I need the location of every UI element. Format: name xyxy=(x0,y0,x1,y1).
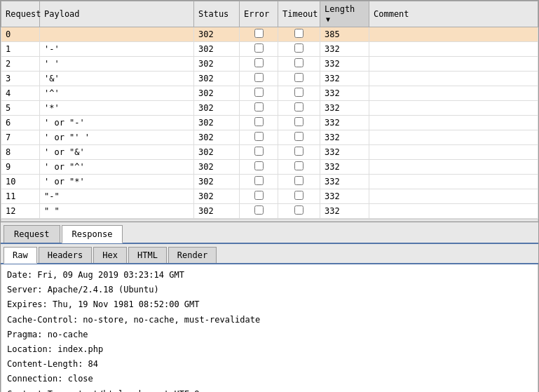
cell-payload: ' or "*' xyxy=(40,175,194,189)
cell-status: 302 xyxy=(194,204,240,219)
table-row[interactable]: 3'&'302332 xyxy=(1,72,538,86)
cell-payload: '-' xyxy=(40,42,194,57)
timeout-checkbox[interactable] xyxy=(294,58,303,67)
cell-timeout[interactable] xyxy=(278,101,320,116)
subtab-render[interactable]: Render xyxy=(168,247,217,263)
table-row[interactable]: 12" "302332 xyxy=(1,204,538,219)
timeout-checkbox[interactable] xyxy=(294,205,303,215)
table-row[interactable]: 8' or "&'302332 xyxy=(1,145,538,160)
cell-error[interactable] xyxy=(240,145,278,160)
table-row[interactable]: 4'^'302332 xyxy=(1,86,538,101)
cell-status: 302 xyxy=(194,116,240,130)
subtab-hex[interactable]: Hex xyxy=(93,247,127,263)
cell-error[interactable] xyxy=(240,204,278,219)
cell-request: 11 xyxy=(1,189,40,204)
cell-request: 7 xyxy=(1,130,40,145)
scrollbar[interactable] xyxy=(1,219,538,222)
cell-error[interactable] xyxy=(240,130,278,145)
cell-error[interactable] xyxy=(240,175,278,189)
table-row[interactable]: 10' or "*'302332 xyxy=(1,175,538,189)
table-row[interactable]: 5'*'302332 xyxy=(1,101,538,116)
cell-status: 302 xyxy=(194,101,240,116)
cell-status: 302 xyxy=(194,42,240,57)
error-checkbox[interactable] xyxy=(254,132,264,141)
cell-length: 332 xyxy=(320,86,369,101)
header-line: Content-Type: text/html; charset=UTF-8 xyxy=(7,388,532,393)
tab-request[interactable]: Request xyxy=(4,225,60,243)
cell-timeout[interactable] xyxy=(278,130,320,145)
tab-response[interactable]: Response xyxy=(62,225,123,243)
table-row[interactable]: 6' or "-'302332 xyxy=(1,116,538,130)
cell-comment xyxy=(369,145,538,160)
table-row[interactable]: 2' '302332 xyxy=(1,57,538,72)
cell-timeout[interactable] xyxy=(278,72,320,86)
cell-length: 332 xyxy=(320,101,369,116)
table-row[interactable]: 11"-"302332 xyxy=(1,189,538,204)
cell-error[interactable] xyxy=(240,160,278,175)
cell-error[interactable] xyxy=(240,72,278,86)
timeout-checkbox[interactable] xyxy=(294,191,303,200)
cell-error[interactable] xyxy=(240,42,278,57)
cell-timeout[interactable] xyxy=(278,160,320,175)
timeout-checkbox[interactable] xyxy=(294,29,303,38)
error-checkbox[interactable] xyxy=(254,161,264,170)
tabs-section: Request Response Raw Headers Hex HTML Re… xyxy=(0,222,539,392)
timeout-checkbox[interactable] xyxy=(294,117,303,126)
error-checkbox[interactable] xyxy=(254,58,264,67)
timeout-checkbox[interactable] xyxy=(294,147,303,156)
subtab-headers[interactable]: Headers xyxy=(39,247,93,263)
table-row[interactable]: 1'-'302332 xyxy=(1,42,538,57)
timeout-checkbox[interactable] xyxy=(294,73,303,82)
subtab-html[interactable]: HTML xyxy=(128,247,167,263)
error-checkbox[interactable] xyxy=(254,29,264,38)
timeout-checkbox[interactable] xyxy=(294,161,303,170)
cell-timeout[interactable] xyxy=(278,57,320,72)
cell-status: 302 xyxy=(194,130,240,145)
col-header-status[interactable]: Status xyxy=(194,1,240,27)
cell-timeout[interactable] xyxy=(278,116,320,130)
error-checkbox[interactable] xyxy=(254,43,264,53)
cell-payload: '*' xyxy=(40,101,194,116)
timeout-checkbox[interactable] xyxy=(294,102,303,111)
table-row[interactable]: 9' or "^'302332 xyxy=(1,160,538,175)
table-row[interactable]: 7' or "' '302332 xyxy=(1,130,538,145)
cell-timeout[interactable] xyxy=(278,189,320,204)
response-content: Date: Fri, 09 Aug 2019 03:23:14 GMTServe… xyxy=(1,264,538,392)
error-checkbox[interactable] xyxy=(254,102,264,111)
col-header-length[interactable]: Length ▼ xyxy=(320,1,369,27)
error-checkbox[interactable] xyxy=(254,205,264,215)
cell-error[interactable] xyxy=(240,189,278,204)
col-header-timeout[interactable]: Timeout xyxy=(278,1,320,27)
table-row[interactable]: 0302385 xyxy=(1,27,538,42)
error-checkbox[interactable] xyxy=(254,73,264,82)
timeout-checkbox[interactable] xyxy=(294,176,303,185)
col-header-payload[interactable]: Payload xyxy=(40,1,194,27)
timeout-checkbox[interactable] xyxy=(294,132,303,141)
subtab-raw[interactable]: Raw xyxy=(4,247,37,264)
cell-timeout[interactable] xyxy=(278,42,320,57)
cell-error[interactable] xyxy=(240,116,278,130)
cell-error[interactable] xyxy=(240,57,278,72)
timeout-checkbox[interactable] xyxy=(294,43,303,53)
error-checkbox[interactable] xyxy=(254,176,264,185)
error-checkbox[interactable] xyxy=(254,147,264,156)
cell-timeout[interactable] xyxy=(278,175,320,189)
error-checkbox[interactable] xyxy=(254,88,264,97)
error-checkbox[interactable] xyxy=(254,191,264,200)
cell-payload: " " xyxy=(40,204,194,219)
header-line: Server: Apache/2.4.18 (Ubuntu) xyxy=(7,283,532,297)
cell-error[interactable] xyxy=(240,101,278,116)
error-checkbox[interactable] xyxy=(254,117,264,126)
timeout-checkbox[interactable] xyxy=(294,88,303,97)
cell-error[interactable] xyxy=(240,27,278,42)
col-header-request[interactable]: Request xyxy=(1,1,40,27)
cell-error[interactable] xyxy=(240,86,278,101)
header-line: Content-Length: 84 xyxy=(7,358,532,371)
cell-timeout[interactable] xyxy=(278,27,320,42)
cell-timeout[interactable] xyxy=(278,86,320,101)
col-header-error[interactable]: Error xyxy=(240,1,278,27)
cell-timeout[interactable] xyxy=(278,204,320,219)
cell-timeout[interactable] xyxy=(278,145,320,160)
cell-status: 302 xyxy=(194,145,240,160)
col-header-comment[interactable]: Comment xyxy=(369,1,538,27)
